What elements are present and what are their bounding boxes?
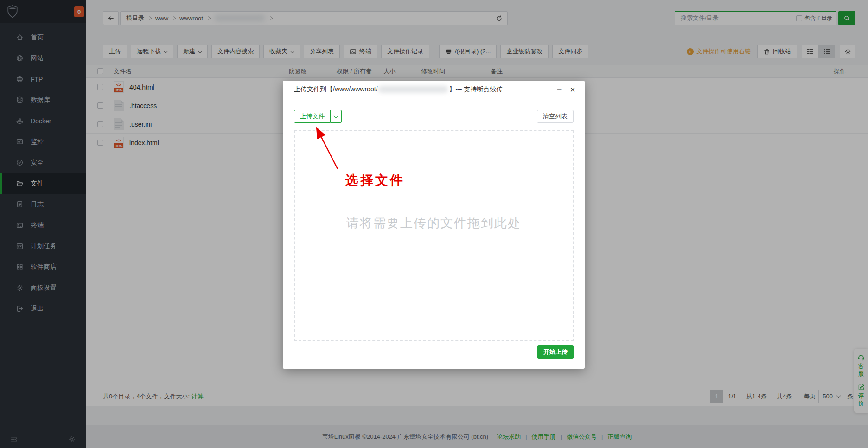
clear-list-button[interactable]: 清空列表 — [537, 110, 574, 123]
upload-dialog: 上传文件到【/www/wwwroot/ 】--- 支持断点续传 − × 上传文件… — [283, 81, 585, 369]
upload-dialog-body: 上传文件 清空列表 请将需要上传的文件拖到此处 开始上传 — [283, 98, 585, 359]
dialog-title-suffix: 】--- 支持断点续传 — [449, 85, 503, 94]
upload-file-button[interactable]: 上传文件 — [294, 110, 331, 123]
upload-dropzone[interactable]: 请将需要上传的文件拖到此处 — [294, 130, 574, 341]
upload-file-dropdown[interactable] — [331, 110, 342, 123]
dialog-title-prefix: 上传文件到【/www/wwwroot/ — [294, 85, 377, 94]
upload-dialog-titlebar: 上传文件到【/www/wwwroot/ 】--- 支持断点续传 − × — [283, 81, 585, 98]
dropzone-hint: 请将需要上传的文件拖到此处 — [346, 215, 521, 231]
chevron-down-icon — [334, 114, 338, 118]
redacted-path-blur — [378, 86, 448, 93]
upload-file-split-button: 上传文件 — [294, 110, 342, 123]
minimize-icon[interactable]: − — [557, 85, 562, 94]
close-icon[interactable]: × — [570, 85, 575, 94]
start-upload-button[interactable]: 开始上传 — [537, 345, 574, 359]
